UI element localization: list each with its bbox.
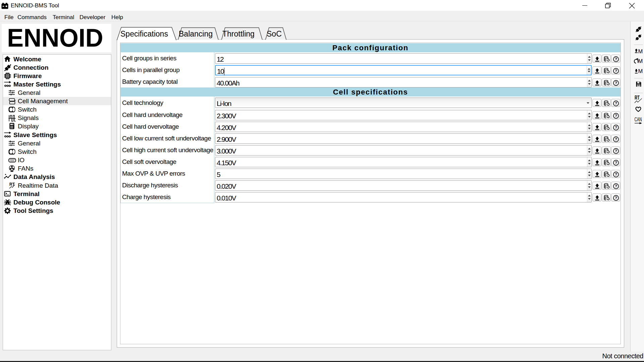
svg-text:?: ? xyxy=(615,57,617,61)
svg-text:?: ? xyxy=(615,196,617,200)
svg-text:?: ? xyxy=(615,114,617,118)
svg-text:?: ? xyxy=(615,69,617,73)
svg-text:?: ? xyxy=(615,125,617,129)
svg-text:RT: RT xyxy=(9,182,15,187)
svg-text:?: ? xyxy=(615,161,617,165)
svg-text:?: ? xyxy=(615,101,617,105)
svg-text:CAN: CAN xyxy=(635,117,642,123)
svg-text:M: M xyxy=(638,48,643,54)
svg-text:?: ? xyxy=(615,81,617,85)
svg-text:M: M xyxy=(638,58,643,64)
svg-text:?: ? xyxy=(615,149,617,153)
svg-text:?: ? xyxy=(615,172,617,176)
svg-text:?: ? xyxy=(615,184,617,188)
svg-text:RT: RT xyxy=(635,95,640,101)
svg-text:M: M xyxy=(638,68,643,74)
svg-text:?: ? xyxy=(615,137,617,141)
